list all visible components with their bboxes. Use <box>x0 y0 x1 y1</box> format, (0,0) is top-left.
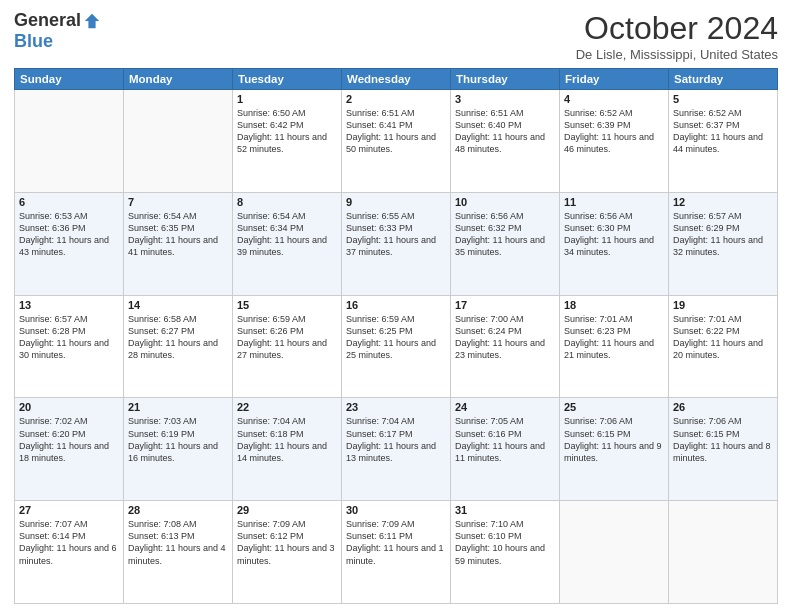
logo-general-text: General <box>14 10 81 31</box>
day-number: 13 <box>19 299 119 311</box>
col-header-monday: Monday <box>124 69 233 90</box>
day-number: 2 <box>346 93 446 105</box>
day-info: Sunrise: 6:53 AM Sunset: 6:36 PM Dayligh… <box>19 210 119 259</box>
calendar: SundayMondayTuesdayWednesdayThursdayFrid… <box>14 68 778 604</box>
day-cell: 26Sunrise: 7:06 AM Sunset: 6:15 PM Dayli… <box>669 398 778 501</box>
day-number: 30 <box>346 504 446 516</box>
day-number: 25 <box>564 401 664 413</box>
day-cell: 11Sunrise: 6:56 AM Sunset: 6:30 PM Dayli… <box>560 192 669 295</box>
day-info: Sunrise: 7:01 AM Sunset: 6:22 PM Dayligh… <box>673 313 773 362</box>
day-cell: 8Sunrise: 6:54 AM Sunset: 6:34 PM Daylig… <box>233 192 342 295</box>
day-number: 22 <box>237 401 337 413</box>
day-number: 28 <box>128 504 228 516</box>
day-info: Sunrise: 7:04 AM Sunset: 6:17 PM Dayligh… <box>346 415 446 464</box>
day-info: Sunrise: 6:58 AM Sunset: 6:27 PM Dayligh… <box>128 313 228 362</box>
day-cell: 14Sunrise: 6:58 AM Sunset: 6:27 PM Dayli… <box>124 295 233 398</box>
day-number: 21 <box>128 401 228 413</box>
day-cell <box>124 90 233 193</box>
day-info: Sunrise: 7:10 AM Sunset: 6:10 PM Dayligh… <box>455 518 555 567</box>
day-number: 18 <box>564 299 664 311</box>
day-info: Sunrise: 7:06 AM Sunset: 6:15 PM Dayligh… <box>673 415 773 464</box>
svg-marker-0 <box>85 13 99 27</box>
day-number: 31 <box>455 504 555 516</box>
day-number: 15 <box>237 299 337 311</box>
day-info: Sunrise: 6:56 AM Sunset: 6:30 PM Dayligh… <box>564 210 664 259</box>
day-cell: 4Sunrise: 6:52 AM Sunset: 6:39 PM Daylig… <box>560 90 669 193</box>
col-header-thursday: Thursday <box>451 69 560 90</box>
day-info: Sunrise: 7:09 AM Sunset: 6:11 PM Dayligh… <box>346 518 446 567</box>
page: General Blue October 2024 De Lisle, Miss… <box>0 0 792 612</box>
day-number: 17 <box>455 299 555 311</box>
day-number: 16 <box>346 299 446 311</box>
day-info: Sunrise: 7:02 AM Sunset: 6:20 PM Dayligh… <box>19 415 119 464</box>
col-header-sunday: Sunday <box>15 69 124 90</box>
day-number: 8 <box>237 196 337 208</box>
day-number: 7 <box>128 196 228 208</box>
day-cell: 12Sunrise: 6:57 AM Sunset: 6:29 PM Dayli… <box>669 192 778 295</box>
day-cell: 9Sunrise: 6:55 AM Sunset: 6:33 PM Daylig… <box>342 192 451 295</box>
day-cell: 15Sunrise: 6:59 AM Sunset: 6:26 PM Dayli… <box>233 295 342 398</box>
day-info: Sunrise: 7:06 AM Sunset: 6:15 PM Dayligh… <box>564 415 664 464</box>
day-number: 23 <box>346 401 446 413</box>
day-info: Sunrise: 6:52 AM Sunset: 6:37 PM Dayligh… <box>673 107 773 156</box>
day-cell: 10Sunrise: 6:56 AM Sunset: 6:32 PM Dayli… <box>451 192 560 295</box>
day-cell: 20Sunrise: 7:02 AM Sunset: 6:20 PM Dayli… <box>15 398 124 501</box>
day-info: Sunrise: 6:54 AM Sunset: 6:35 PM Dayligh… <box>128 210 228 259</box>
day-info: Sunrise: 6:50 AM Sunset: 6:42 PM Dayligh… <box>237 107 337 156</box>
col-header-saturday: Saturday <box>669 69 778 90</box>
day-cell: 13Sunrise: 6:57 AM Sunset: 6:28 PM Dayli… <box>15 295 124 398</box>
day-info: Sunrise: 6:57 AM Sunset: 6:28 PM Dayligh… <box>19 313 119 362</box>
day-cell: 25Sunrise: 7:06 AM Sunset: 6:15 PM Dayli… <box>560 398 669 501</box>
day-cell: 7Sunrise: 6:54 AM Sunset: 6:35 PM Daylig… <box>124 192 233 295</box>
day-info: Sunrise: 7:09 AM Sunset: 6:12 PM Dayligh… <box>237 518 337 567</box>
day-cell: 23Sunrise: 7:04 AM Sunset: 6:17 PM Dayli… <box>342 398 451 501</box>
day-info: Sunrise: 7:07 AM Sunset: 6:14 PM Dayligh… <box>19 518 119 567</box>
day-info: Sunrise: 7:05 AM Sunset: 6:16 PM Dayligh… <box>455 415 555 464</box>
col-header-tuesday: Tuesday <box>233 69 342 90</box>
day-info: Sunrise: 6:59 AM Sunset: 6:25 PM Dayligh… <box>346 313 446 362</box>
day-number: 4 <box>564 93 664 105</box>
day-cell: 19Sunrise: 7:01 AM Sunset: 6:22 PM Dayli… <box>669 295 778 398</box>
month-title: October 2024 <box>576 10 778 47</box>
day-cell: 6Sunrise: 6:53 AM Sunset: 6:36 PM Daylig… <box>15 192 124 295</box>
day-number: 3 <box>455 93 555 105</box>
col-header-wednesday: Wednesday <box>342 69 451 90</box>
day-info: Sunrise: 7:08 AM Sunset: 6:13 PM Dayligh… <box>128 518 228 567</box>
day-info: Sunrise: 7:04 AM Sunset: 6:18 PM Dayligh… <box>237 415 337 464</box>
day-cell: 16Sunrise: 6:59 AM Sunset: 6:25 PM Dayli… <box>342 295 451 398</box>
day-info: Sunrise: 7:03 AM Sunset: 6:19 PM Dayligh… <box>128 415 228 464</box>
day-info: Sunrise: 6:51 AM Sunset: 6:40 PM Dayligh… <box>455 107 555 156</box>
day-cell: 2Sunrise: 6:51 AM Sunset: 6:41 PM Daylig… <box>342 90 451 193</box>
day-info: Sunrise: 6:56 AM Sunset: 6:32 PM Dayligh… <box>455 210 555 259</box>
day-cell <box>669 501 778 604</box>
day-info: Sunrise: 6:55 AM Sunset: 6:33 PM Dayligh… <box>346 210 446 259</box>
day-cell: 1Sunrise: 6:50 AM Sunset: 6:42 PM Daylig… <box>233 90 342 193</box>
header-right: October 2024 De Lisle, Mississippi, Unit… <box>576 10 778 62</box>
week-row-2: 6Sunrise: 6:53 AM Sunset: 6:36 PM Daylig… <box>15 192 778 295</box>
week-row-4: 20Sunrise: 7:02 AM Sunset: 6:20 PM Dayli… <box>15 398 778 501</box>
day-number: 29 <box>237 504 337 516</box>
day-cell: 24Sunrise: 7:05 AM Sunset: 6:16 PM Dayli… <box>451 398 560 501</box>
day-cell: 31Sunrise: 7:10 AM Sunset: 6:10 PM Dayli… <box>451 501 560 604</box>
day-number: 5 <box>673 93 773 105</box>
day-cell <box>15 90 124 193</box>
day-info: Sunrise: 6:51 AM Sunset: 6:41 PM Dayligh… <box>346 107 446 156</box>
logo: General Blue <box>14 10 101 52</box>
day-info: Sunrise: 6:57 AM Sunset: 6:29 PM Dayligh… <box>673 210 773 259</box>
header: General Blue October 2024 De Lisle, Miss… <box>14 10 778 62</box>
day-cell: 27Sunrise: 7:07 AM Sunset: 6:14 PM Dayli… <box>15 501 124 604</box>
week-row-5: 27Sunrise: 7:07 AM Sunset: 6:14 PM Dayli… <box>15 501 778 604</box>
day-info: Sunrise: 6:59 AM Sunset: 6:26 PM Dayligh… <box>237 313 337 362</box>
day-cell <box>560 501 669 604</box>
day-cell: 18Sunrise: 7:01 AM Sunset: 6:23 PM Dayli… <box>560 295 669 398</box>
day-number: 24 <box>455 401 555 413</box>
day-info: Sunrise: 7:00 AM Sunset: 6:24 PM Dayligh… <box>455 313 555 362</box>
header-row: SundayMondayTuesdayWednesdayThursdayFrid… <box>15 69 778 90</box>
day-info: Sunrise: 7:01 AM Sunset: 6:23 PM Dayligh… <box>564 313 664 362</box>
day-number: 10 <box>455 196 555 208</box>
week-row-1: 1Sunrise: 6:50 AM Sunset: 6:42 PM Daylig… <box>15 90 778 193</box>
day-cell: 29Sunrise: 7:09 AM Sunset: 6:12 PM Dayli… <box>233 501 342 604</box>
day-number: 20 <box>19 401 119 413</box>
day-cell: 22Sunrise: 7:04 AM Sunset: 6:18 PM Dayli… <box>233 398 342 501</box>
day-number: 27 <box>19 504 119 516</box>
